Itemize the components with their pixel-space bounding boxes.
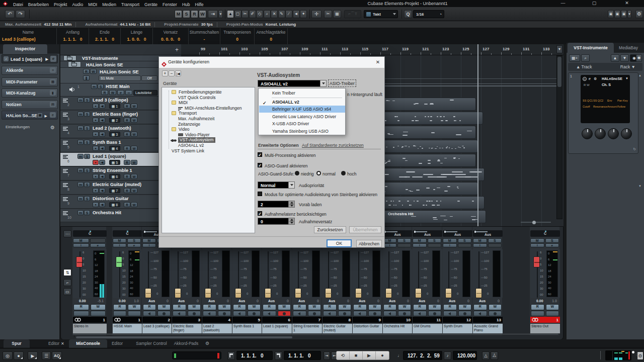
combo-arrow[interactable] [320, 80, 326, 86]
level-value[interactable]: 0.00 [79, 299, 86, 303]
status-value[interactable]: Konst. Leistung [266, 22, 296, 27]
level-value[interactable]: Aus [268, 299, 275, 303]
channel-box[interactable]: ▦ 2 [109, 118, 120, 123]
monitor-button[interactable]: ◀ [99, 160, 105, 165]
power-icon[interactable]: ⏻ [583, 77, 587, 81]
playhead-cursor[interactable] [477, 44, 478, 226]
window-layout-dropdown[interactable]: ▼ [627, 10, 631, 18]
record-cell[interactable] [128, 311, 141, 316]
tree-item-vst-audiosystem[interactable]: VST-Audiosystem [162, 137, 255, 143]
channel-name[interactable]: Lead 2 (sawtooth) [202, 324, 232, 333]
write-button[interactable]: W [131, 160, 137, 165]
mute-button[interactable]: m [77, 168, 84, 173]
right-locator-display[interactable]: 1. 1. 1. 0 [284, 351, 321, 360]
punch-in-button[interactable]: ⇥ [324, 351, 330, 360]
timeline-ruler[interactable]: 9910110310510710911111311511711912112312… [181, 44, 564, 55]
record-offset-input[interactable]: 0 [258, 218, 295, 225]
edit-channel-button[interactable]: e [50, 56, 56, 62]
rail-routing-button[interactable]: ⌐ [63, 279, 71, 286]
output-level-control[interactable]: Aus [413, 230, 442, 237]
monitor-button[interactable]: ◀ [99, 146, 105, 151]
mute-tool[interactable]: ✕ [271, 10, 278, 18]
mute-button[interactable]: m [77, 126, 84, 131]
read-button[interactable]: R [263, 304, 276, 310]
read-button[interactable]: R [124, 132, 130, 137]
status-value[interactable]: 412 Std 11 Min [44, 22, 71, 27]
mute-button[interactable]: M [530, 238, 544, 243]
read-button[interactable]: R [101, 90, 108, 95]
write-button[interactable]: W [131, 146, 137, 151]
channel-box[interactable]: ▦ 7 [109, 188, 120, 193]
monitor-cell[interactable] [531, 311, 544, 316]
record-cell[interactable] [458, 311, 472, 316]
tree-item-fernbedienungsger-te[interactable]: Fernbedienungsgeräte [162, 89, 255, 95]
solo-button[interactable]: S [127, 238, 141, 243]
play-tool[interactable]: ◄ [293, 10, 300, 18]
combo-arrow[interactable] [288, 182, 294, 188]
mixer-hscrollbar[interactable] [76, 336, 292, 338]
menu-fenster[interactable]: Fenster [160, 2, 180, 7]
mute-button[interactable]: m [77, 182, 84, 187]
mute-button[interactable]: M [73, 238, 89, 243]
glue-tool[interactable]: ✐ [249, 10, 256, 18]
mixer-strip-hsse-main[interactable]: CMSle6051015203000061218243040600.001.0R… [112, 227, 141, 335]
dialog-title-bar[interactable]: Geräte konfigurieren✕ [159, 57, 384, 68]
read-button[interactable]: R [531, 304, 544, 310]
channel-box[interactable]: ▦ 4 [109, 146, 120, 151]
secondary-value[interactable]: 0 [498, 299, 500, 303]
fader-handle[interactable] [445, 288, 452, 298]
inspector-instrument-section[interactable]: HALion So...SE▦▶e [2, 111, 58, 120]
goto-left-locator-button[interactable] [227, 351, 235, 360]
write-button[interactable]: W [109, 90, 116, 95]
hzoom-handle[interactable] [532, 221, 536, 224]
output-level-control[interactable]: Aus [473, 230, 503, 237]
radio-normal[interactable] [316, 171, 321, 175]
tree-item-vst-quick-controls[interactable]: VST Quick Controls [162, 95, 255, 101]
mixer-strip-acoustic-grand-piano[interactable]: AusMSl—127—100—75—50—250Aus0RW13Acoustic… [472, 227, 502, 335]
info-value[interactable]: - [189, 37, 220, 42]
channel-box[interactable]: ▦ 5 [109, 160, 120, 165]
solo-button[interactable]: S [428, 238, 442, 243]
channel-name[interactable]: String Ensemble 1 [292, 324, 322, 333]
record-offset-spinner[interactable] [288, 218, 294, 224]
secondary-value[interactable]: 0 [167, 299, 169, 303]
read-button[interactable]: R [124, 174, 130, 179]
channel-box[interactable]: ▦ 3 [109, 132, 120, 137]
menu-medien[interactable]: Medien [100, 2, 119, 7]
monitor-button[interactable]: ◀ [99, 188, 105, 193]
solo-button[interactable]: S [84, 168, 90, 173]
edit-instrument-button[interactable]: e [50, 112, 56, 118]
channel-box[interactable]: ▦ 6 [109, 174, 120, 179]
erase-tool[interactable]: ◇ [256, 10, 263, 18]
inspector-section-midiparameter[interactable]: MIDI-Parameter▦ [2, 77, 58, 86]
record-cell[interactable] [91, 311, 106, 316]
move-down-button[interactable]: ▼ [620, 54, 629, 62]
read-button[interactable]: R [124, 202, 130, 207]
preload-input[interactable]: 2 [258, 201, 295, 208]
dropdown-item-asio4all-v2[interactable]: ✓ASIO4ALL v2 [259, 99, 345, 106]
mute-button[interactable]: m [77, 112, 84, 117]
song-position-display[interactable]: 127. 2. 2. 59 [403, 351, 442, 360]
listen-button[interactable]: l [530, 243, 544, 247]
read-button[interactable]: R [124, 160, 130, 165]
edit-button[interactable] [458, 243, 472, 247]
listen-button[interactable]: l [113, 243, 126, 247]
tree-item-transport[interactable]: Transport [162, 111, 255, 116]
inspector-section-akkorde[interactable]: Akkorde≡ [2, 66, 58, 75]
menu-hilfe[interactable]: Hilfe [193, 2, 206, 7]
transport-gear-button[interactable]: ⚙ [637, 351, 643, 360]
tree-item-vst-system-link[interactable]: VST System Link [162, 148, 255, 154]
mixer-strip-stereo-in[interactable]: CMle6051015203000061218243040600.00-5.1R… [72, 227, 106, 335]
status-value[interactable]: 30 fps [201, 22, 213, 27]
fader-handle[interactable] [235, 288, 242, 298]
mute-button[interactable]: m [77, 154, 84, 159]
write-button[interactable]: W [131, 174, 137, 179]
channel-name[interactable]: Stereo In [73, 324, 107, 333]
secondary-value[interactable]: -5.1 [98, 299, 104, 303]
dropdown-item-yamaha-steinberg-usb-asio[interactable]: Yamaha Steinberg USB ASIO [259, 128, 345, 135]
info-value[interactable]: 0 [255, 37, 287, 42]
monitor-cell[interactable] [323, 311, 337, 316]
write-button[interactable]: W [489, 304, 502, 310]
record-enable-button[interactable]: ● [93, 160, 99, 165]
menu-audio[interactable]: Audio [69, 2, 86, 7]
